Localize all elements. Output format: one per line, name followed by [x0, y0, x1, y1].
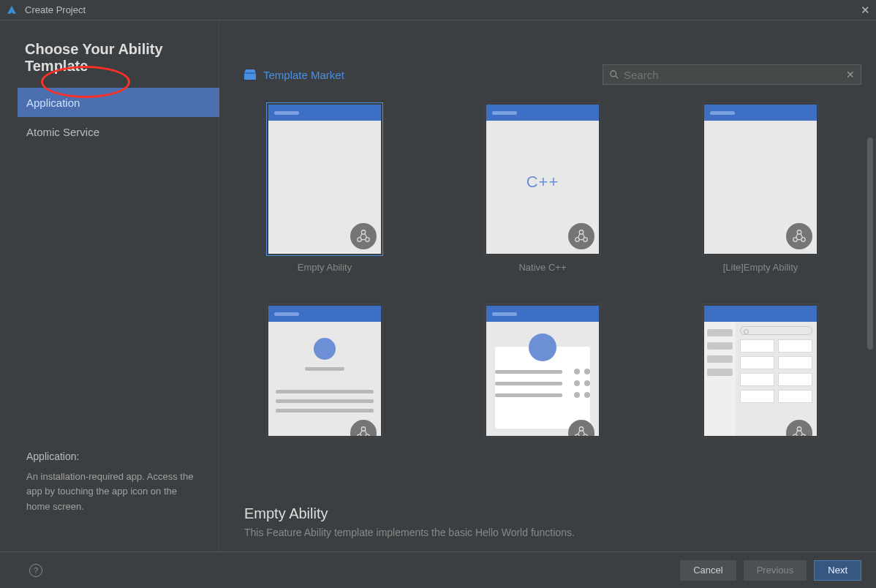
sidebar: Choose Your Ability Template Application…	[0, 20, 219, 551]
svg-point-14	[358, 434, 362, 436]
ability-icon	[350, 223, 377, 249]
help-icon[interactable]: ?	[29, 564, 42, 577]
next-button[interactable]: Next	[814, 560, 861, 581]
titlebar: Create Project ✕	[0, 0, 876, 20]
svg-point-9	[584, 238, 588, 242]
sidebar-tab-label: Atomic Service	[26, 126, 99, 138]
window-title: Create Project	[25, 4, 86, 15]
previous-button[interactable]: Previous	[744, 560, 807, 581]
svg-point-18	[584, 434, 588, 436]
ability-icon	[786, 223, 812, 249]
sidebar-tab-application[interactable]: Application	[18, 88, 219, 117]
search-box[interactable]: ✕	[603, 64, 861, 85]
svg-point-21	[801, 434, 806, 436]
ability-icon	[568, 420, 594, 436]
svg-rect-0	[244, 73, 256, 80]
template-card[interactable]	[702, 102, 819, 256]
sidebar-info-desc: An installation-required app. Access the…	[26, 470, 197, 515]
selected-template-title: Empty Ability	[244, 505, 575, 522]
template-label: Native C++	[518, 262, 566, 273]
svg-point-2	[611, 71, 616, 77]
close-icon[interactable]: ✕	[861, 4, 870, 17]
sidebar-info-title: Application:	[26, 451, 197, 462]
sidebar-tab-atomic-service[interactable]: Atomic Service	[18, 117, 219, 146]
selected-template-desc: This Feature Ability template implements…	[244, 527, 575, 538]
svg-point-12	[801, 238, 806, 242]
clear-search-icon[interactable]: ✕	[846, 69, 855, 80]
sidebar-tab-label: Application	[26, 97, 80, 109]
template-card[interactable]: ›››	[266, 304, 383, 438]
template-card[interactable]	[484, 304, 601, 438]
svg-point-8	[575, 238, 580, 242]
svg-rect-1	[244, 72, 256, 74]
main-panel: Template Market ✕ Empty AbilityC++Native…	[219, 20, 876, 551]
market-icon	[244, 69, 256, 80]
search-icon	[609, 69, 619, 80]
app-logo-icon	[6, 4, 18, 16]
cancel-button[interactable]: Cancel	[680, 560, 736, 581]
svg-point-17	[575, 434, 580, 436]
scrollbar-thumb[interactable]	[867, 137, 873, 350]
template-card[interactable]: C++	[484, 102, 601, 256]
template-card[interactable]	[266, 102, 383, 256]
template-label: [Lite]Empty Ability	[723, 262, 798, 273]
scrollbar[interactable]	[867, 137, 873, 433]
template-market-link[interactable]: Template Market	[263, 69, 344, 81]
template-label: Empty Ability	[298, 262, 352, 273]
footer: ? Cancel Previous Next	[0, 551, 876, 588]
svg-point-5	[358, 238, 362, 242]
svg-point-11	[793, 238, 798, 242]
template-card[interactable]	[702, 304, 819, 438]
ability-icon	[568, 223, 594, 249]
page-heading: Choose Your Ability Template	[25, 41, 219, 75]
svg-line-3	[616, 76, 619, 79]
svg-point-6	[366, 238, 370, 242]
svg-point-20	[793, 434, 798, 436]
search-input[interactable]	[624, 69, 846, 81]
svg-point-15	[366, 434, 370, 436]
